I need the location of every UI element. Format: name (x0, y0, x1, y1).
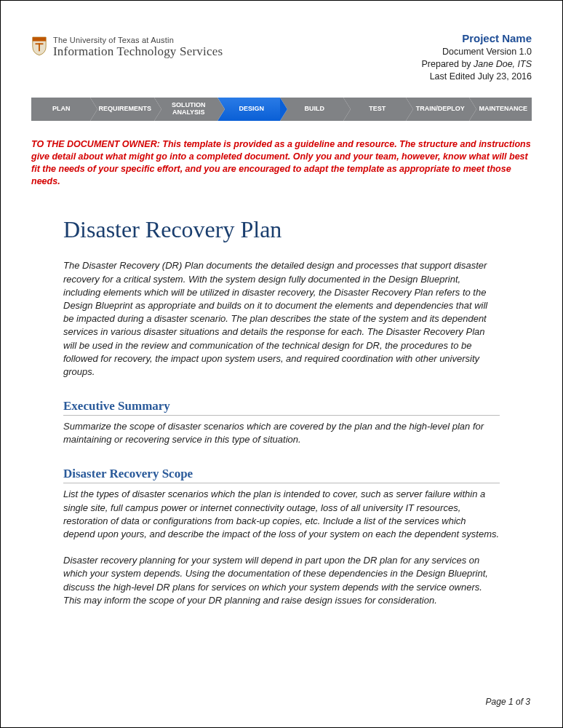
step-design: DESIGN (217, 98, 281, 121)
section-scope-heading: Disaster Recovery Scope (63, 467, 500, 481)
page-title: Disaster Recovery Plan (63, 216, 500, 243)
step-plan: PLAN (31, 98, 90, 121)
page-header: The University of Texas at Austin Inform… (31, 31, 532, 83)
phase-stepper: PLAN REQUIREMENTS SOLUTION ANALYSIS DESI… (31, 98, 532, 121)
step-maintenance: MAINTENANCE (469, 98, 532, 121)
page-footer: Page 1 of 3 (486, 697, 530, 707)
org-line1: The University of Texas at Austin (53, 36, 223, 44)
document-meta: Project Name Document Version 1.0 Prepar… (422, 31, 532, 83)
org-line2: Information Technology Services (53, 44, 223, 59)
org-text: The University of Texas at Austin Inform… (53, 36, 223, 59)
step-requirements: REQUIREMENTS (90, 98, 155, 121)
document-page: The University of Texas at Austin Inform… (1, 1, 562, 607)
document-body: Disaster Recovery Plan The Disaster Reco… (31, 216, 532, 607)
scope-body-1: List the types of disaster scenarios whi… (63, 488, 500, 541)
step-build: BUILD (280, 98, 343, 121)
section-divider (63, 415, 500, 416)
ut-shield-icon (31, 36, 47, 56)
section-exec-summary-heading: Executive Summary (63, 399, 500, 414)
step-solution-analysis: SOLUTION ANALYSIS (154, 98, 217, 121)
prepared-by: Prepared by Jane Doe, ITS (422, 58, 532, 71)
project-name: Project Name (422, 31, 532, 46)
exec-summary-body: Summarize the scope of disaster scenario… (63, 420, 500, 446)
step-test: TEST (343, 98, 407, 121)
intro-paragraph: The Disaster Recovery (DR) Plan document… (63, 259, 500, 379)
step-train-deploy: TRAIN/DEPLOY (406, 98, 469, 121)
doc-version: Document Version 1.0 (422, 46, 532, 58)
svg-rect-1 (36, 43, 44, 44)
scope-body-2: Disaster recovery planning for your syst… (63, 554, 500, 607)
owner-note: TO THE DOCUMENT OWNER: This template is … (31, 138, 532, 188)
last-edited: Last Edited July 23, 2016 (422, 71, 532, 83)
org-logo-block: The University of Texas at Austin Inform… (31, 31, 223, 59)
section-divider (63, 483, 500, 483)
